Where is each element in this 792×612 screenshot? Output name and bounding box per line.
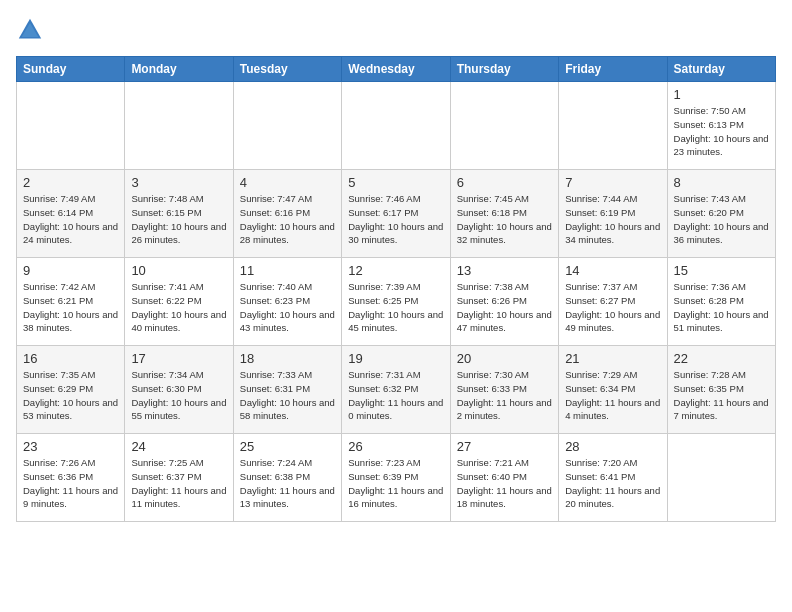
day-number: 21 bbox=[565, 351, 660, 366]
day-cell: 28Sunrise: 7:20 AM Sunset: 6:41 PM Dayli… bbox=[559, 434, 667, 522]
day-number: 22 bbox=[674, 351, 769, 366]
day-number: 27 bbox=[457, 439, 552, 454]
day-cell: 12Sunrise: 7:39 AM Sunset: 6:25 PM Dayli… bbox=[342, 258, 450, 346]
day-info: Sunrise: 7:39 AM Sunset: 6:25 PM Dayligh… bbox=[348, 280, 443, 335]
day-info: Sunrise: 7:38 AM Sunset: 6:26 PM Dayligh… bbox=[457, 280, 552, 335]
day-cell: 25Sunrise: 7:24 AM Sunset: 6:38 PM Dayli… bbox=[233, 434, 341, 522]
day-info: Sunrise: 7:30 AM Sunset: 6:33 PM Dayligh… bbox=[457, 368, 552, 423]
day-cell bbox=[233, 82, 341, 170]
logo bbox=[16, 16, 48, 44]
day-cell: 22Sunrise: 7:28 AM Sunset: 6:35 PM Dayli… bbox=[667, 346, 775, 434]
col-header-tuesday: Tuesday bbox=[233, 57, 341, 82]
day-info: Sunrise: 7:46 AM Sunset: 6:17 PM Dayligh… bbox=[348, 192, 443, 247]
day-number: 28 bbox=[565, 439, 660, 454]
day-info: Sunrise: 7:21 AM Sunset: 6:40 PM Dayligh… bbox=[457, 456, 552, 511]
day-cell bbox=[17, 82, 125, 170]
day-info: Sunrise: 7:42 AM Sunset: 6:21 PM Dayligh… bbox=[23, 280, 118, 335]
day-number: 25 bbox=[240, 439, 335, 454]
day-info: Sunrise: 7:28 AM Sunset: 6:35 PM Dayligh… bbox=[674, 368, 769, 423]
day-info: Sunrise: 7:44 AM Sunset: 6:19 PM Dayligh… bbox=[565, 192, 660, 247]
day-info: Sunrise: 7:45 AM Sunset: 6:18 PM Dayligh… bbox=[457, 192, 552, 247]
day-cell: 20Sunrise: 7:30 AM Sunset: 6:33 PM Dayli… bbox=[450, 346, 558, 434]
day-cell: 15Sunrise: 7:36 AM Sunset: 6:28 PM Dayli… bbox=[667, 258, 775, 346]
day-cell: 11Sunrise: 7:40 AM Sunset: 6:23 PM Dayli… bbox=[233, 258, 341, 346]
day-cell: 3Sunrise: 7:48 AM Sunset: 6:15 PM Daylig… bbox=[125, 170, 233, 258]
day-info: Sunrise: 7:47 AM Sunset: 6:16 PM Dayligh… bbox=[240, 192, 335, 247]
col-header-thursday: Thursday bbox=[450, 57, 558, 82]
day-info: Sunrise: 7:40 AM Sunset: 6:23 PM Dayligh… bbox=[240, 280, 335, 335]
day-info: Sunrise: 7:25 AM Sunset: 6:37 PM Dayligh… bbox=[131, 456, 226, 511]
col-header-saturday: Saturday bbox=[667, 57, 775, 82]
day-cell bbox=[342, 82, 450, 170]
logo-icon bbox=[16, 16, 44, 44]
week-row-1: 1Sunrise: 7:50 AM Sunset: 6:13 PM Daylig… bbox=[17, 82, 776, 170]
day-info: Sunrise: 7:26 AM Sunset: 6:36 PM Dayligh… bbox=[23, 456, 118, 511]
day-cell: 10Sunrise: 7:41 AM Sunset: 6:22 PM Dayli… bbox=[125, 258, 233, 346]
col-header-friday: Friday bbox=[559, 57, 667, 82]
day-info: Sunrise: 7:36 AM Sunset: 6:28 PM Dayligh… bbox=[674, 280, 769, 335]
week-row-2: 2Sunrise: 7:49 AM Sunset: 6:14 PM Daylig… bbox=[17, 170, 776, 258]
week-row-4: 16Sunrise: 7:35 AM Sunset: 6:29 PM Dayli… bbox=[17, 346, 776, 434]
calendar-table: SundayMondayTuesdayWednesdayThursdayFrid… bbox=[16, 56, 776, 522]
day-cell: 24Sunrise: 7:25 AM Sunset: 6:37 PM Dayli… bbox=[125, 434, 233, 522]
day-info: Sunrise: 7:29 AM Sunset: 6:34 PM Dayligh… bbox=[565, 368, 660, 423]
day-info: Sunrise: 7:24 AM Sunset: 6:38 PM Dayligh… bbox=[240, 456, 335, 511]
col-header-monday: Monday bbox=[125, 57, 233, 82]
day-number: 9 bbox=[23, 263, 118, 278]
day-info: Sunrise: 7:20 AM Sunset: 6:41 PM Dayligh… bbox=[565, 456, 660, 511]
day-number: 19 bbox=[348, 351, 443, 366]
day-number: 18 bbox=[240, 351, 335, 366]
day-number: 20 bbox=[457, 351, 552, 366]
day-cell bbox=[450, 82, 558, 170]
day-cell: 6Sunrise: 7:45 AM Sunset: 6:18 PM Daylig… bbox=[450, 170, 558, 258]
day-number: 6 bbox=[457, 175, 552, 190]
day-cell: 8Sunrise: 7:43 AM Sunset: 6:20 PM Daylig… bbox=[667, 170, 775, 258]
day-number: 5 bbox=[348, 175, 443, 190]
page-header bbox=[16, 16, 776, 44]
week-row-5: 23Sunrise: 7:26 AM Sunset: 6:36 PM Dayli… bbox=[17, 434, 776, 522]
day-cell: 23Sunrise: 7:26 AM Sunset: 6:36 PM Dayli… bbox=[17, 434, 125, 522]
day-number: 17 bbox=[131, 351, 226, 366]
day-number: 7 bbox=[565, 175, 660, 190]
day-info: Sunrise: 7:34 AM Sunset: 6:30 PM Dayligh… bbox=[131, 368, 226, 423]
day-info: Sunrise: 7:33 AM Sunset: 6:31 PM Dayligh… bbox=[240, 368, 335, 423]
col-header-sunday: Sunday bbox=[17, 57, 125, 82]
day-number: 2 bbox=[23, 175, 118, 190]
day-cell bbox=[667, 434, 775, 522]
day-number: 3 bbox=[131, 175, 226, 190]
header-row: SundayMondayTuesdayWednesdayThursdayFrid… bbox=[17, 57, 776, 82]
day-info: Sunrise: 7:49 AM Sunset: 6:14 PM Dayligh… bbox=[23, 192, 118, 247]
day-number: 14 bbox=[565, 263, 660, 278]
day-cell bbox=[125, 82, 233, 170]
day-cell: 1Sunrise: 7:50 AM Sunset: 6:13 PM Daylig… bbox=[667, 82, 775, 170]
day-number: 4 bbox=[240, 175, 335, 190]
day-cell: 4Sunrise: 7:47 AM Sunset: 6:16 PM Daylig… bbox=[233, 170, 341, 258]
day-info: Sunrise: 7:48 AM Sunset: 6:15 PM Dayligh… bbox=[131, 192, 226, 247]
day-number: 8 bbox=[674, 175, 769, 190]
day-cell: 21Sunrise: 7:29 AM Sunset: 6:34 PM Dayli… bbox=[559, 346, 667, 434]
day-info: Sunrise: 7:23 AM Sunset: 6:39 PM Dayligh… bbox=[348, 456, 443, 511]
day-cell: 19Sunrise: 7:31 AM Sunset: 6:32 PM Dayli… bbox=[342, 346, 450, 434]
day-cell: 16Sunrise: 7:35 AM Sunset: 6:29 PM Dayli… bbox=[17, 346, 125, 434]
day-cell: 2Sunrise: 7:49 AM Sunset: 6:14 PM Daylig… bbox=[17, 170, 125, 258]
day-number: 13 bbox=[457, 263, 552, 278]
day-cell bbox=[559, 82, 667, 170]
day-cell: 9Sunrise: 7:42 AM Sunset: 6:21 PM Daylig… bbox=[17, 258, 125, 346]
day-info: Sunrise: 7:35 AM Sunset: 6:29 PM Dayligh… bbox=[23, 368, 118, 423]
day-number: 24 bbox=[131, 439, 226, 454]
day-cell: 7Sunrise: 7:44 AM Sunset: 6:19 PM Daylig… bbox=[559, 170, 667, 258]
day-cell: 18Sunrise: 7:33 AM Sunset: 6:31 PM Dayli… bbox=[233, 346, 341, 434]
day-cell: 17Sunrise: 7:34 AM Sunset: 6:30 PM Dayli… bbox=[125, 346, 233, 434]
day-cell: 14Sunrise: 7:37 AM Sunset: 6:27 PM Dayli… bbox=[559, 258, 667, 346]
day-info: Sunrise: 7:41 AM Sunset: 6:22 PM Dayligh… bbox=[131, 280, 226, 335]
day-cell: 13Sunrise: 7:38 AM Sunset: 6:26 PM Dayli… bbox=[450, 258, 558, 346]
day-number: 12 bbox=[348, 263, 443, 278]
day-number: 1 bbox=[674, 87, 769, 102]
day-number: 16 bbox=[23, 351, 118, 366]
day-cell: 26Sunrise: 7:23 AM Sunset: 6:39 PM Dayli… bbox=[342, 434, 450, 522]
day-number: 10 bbox=[131, 263, 226, 278]
day-cell: 5Sunrise: 7:46 AM Sunset: 6:17 PM Daylig… bbox=[342, 170, 450, 258]
day-number: 23 bbox=[23, 439, 118, 454]
day-info: Sunrise: 7:43 AM Sunset: 6:20 PM Dayligh… bbox=[674, 192, 769, 247]
day-number: 11 bbox=[240, 263, 335, 278]
